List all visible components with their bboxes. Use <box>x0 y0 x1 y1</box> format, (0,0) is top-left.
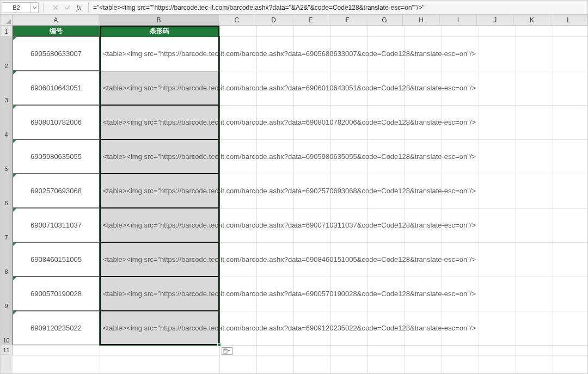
column-header-H[interactable]: H <box>403 15 440 25</box>
column-header-I[interactable]: I <box>440 15 477 25</box>
row-header-10[interactable]: 10 <box>1 311 13 345</box>
cancel-formula-button[interactable] <box>50 2 61 13</box>
cell-A4[interactable]: 6908010782006 <box>13 105 100 139</box>
select-all-corner[interactable] <box>1 15 13 26</box>
cell-A5[interactable]: 6905980635055 <box>13 139 100 174</box>
row-header-7[interactable]: 7 <box>1 208 13 242</box>
insert-function-button[interactable]: fx <box>74 3 84 12</box>
grid-inner: 编号条形码6905680633007<table><img src="https… <box>13 26 587 373</box>
column-headers: ABCDEFGHIJKL <box>13 15 587 26</box>
row-header-5[interactable]: 5 <box>1 139 13 174</box>
svg-rect-1 <box>224 350 226 350</box>
column-header-J[interactable]: J <box>477 15 514 25</box>
cell-B8[interactable] <box>100 242 219 277</box>
formula-input[interactable] <box>90 2 587 13</box>
separator <box>43 3 44 13</box>
enter-formula-button[interactable] <box>62 2 73 13</box>
name-box[interactable] <box>2 3 30 13</box>
autofill-handle[interactable] <box>217 343 221 347</box>
cell-A9[interactable]: 6900570190028 <box>13 277 100 311</box>
column-header-D[interactable]: D <box>255 15 292 25</box>
cell-A2[interactable]: 6905680633007 <box>13 36 100 71</box>
column-header-L[interactable]: L <box>550 15 587 25</box>
formula-bar: fx <box>1 1 587 15</box>
check-icon <box>64 4 71 11</box>
name-box-wrap <box>2 2 39 13</box>
row-header-9[interactable]: 9 <box>1 277 13 311</box>
separator <box>88 3 89 13</box>
column-header-B[interactable]: B <box>99 15 218 25</box>
formula-buttons: fx <box>50 2 84 13</box>
column-header-A[interactable]: A <box>13 15 99 25</box>
cell-A6[interactable]: 6902570693068 <box>13 174 100 208</box>
table-header-number[interactable]: 编号 <box>13 26 100 36</box>
active-cell <box>100 36 219 71</box>
row-header-2[interactable]: 2 <box>1 36 13 71</box>
column-header-F[interactable]: F <box>329 15 366 25</box>
cell-A10[interactable]: 6909120235022 <box>13 311 100 345</box>
column-header-C[interactable]: C <box>219 15 256 25</box>
column-header-K[interactable]: K <box>514 15 551 25</box>
svg-rect-3 <box>224 352 226 352</box>
row-header-11[interactable]: 11 <box>1 345 13 355</box>
row-header-4[interactable]: 4 <box>1 105 13 139</box>
excel-window: { "namebox": { "value": "B2" }, "formula… <box>0 0 588 374</box>
cell-B4[interactable] <box>100 105 219 139</box>
sheet-area: ABCDEFGHIJKL 1234567891011 编号条形码69056806… <box>1 15 587 373</box>
cell-B3[interactable] <box>100 71 219 105</box>
x-icon <box>52 4 59 11</box>
autofill-options-icon <box>223 348 231 354</box>
column-header-E[interactable]: E <box>292 15 329 25</box>
row-header-1[interactable]: 1 <box>1 26 13 36</box>
cell-B6[interactable] <box>100 174 219 208</box>
cell-B7[interactable] <box>100 208 219 242</box>
cell-A7[interactable]: 6900710311037 <box>13 208 100 242</box>
chevron-down-icon <box>33 5 37 10</box>
cell-B9[interactable] <box>100 277 219 311</box>
name-box-dropdown[interactable] <box>30 3 38 13</box>
cell-A3[interactable]: 6906010643051 <box>13 71 100 105</box>
row-header-6[interactable]: 6 <box>1 174 13 208</box>
cell-B10[interactable] <box>100 311 219 345</box>
row-header-3[interactable]: 3 <box>1 71 13 105</box>
autofill-options-button[interactable] <box>222 347 232 355</box>
row-headers: 1234567891011 <box>1 26 13 373</box>
grid[interactable]: 编号条形码6905680633007<table><img src="https… <box>13 26 587 373</box>
table-header-barcode[interactable]: 条形码 <box>100 26 219 36</box>
column-header-G[interactable]: G <box>366 15 403 25</box>
cell-A8[interactable]: 6908460151005 <box>13 242 100 277</box>
row-header-8[interactable]: 8 <box>1 242 13 277</box>
svg-rect-2 <box>224 351 226 351</box>
cell-B5[interactable] <box>100 139 219 174</box>
